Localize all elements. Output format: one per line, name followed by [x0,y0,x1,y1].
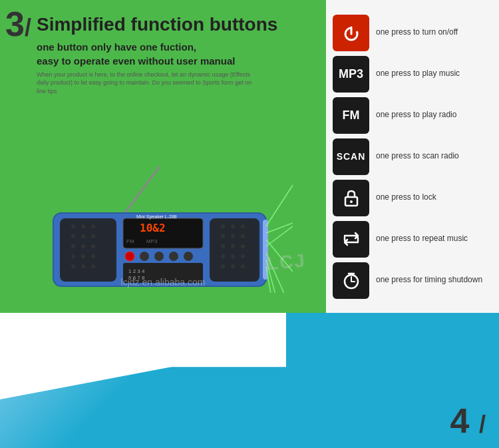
power-button-label: one press to turn on/off [376,27,458,38]
svg-point-26 [169,252,178,261]
svg-text:FM: FM [126,238,134,244]
left-panel: 3 Simplified function buttons one button… [0,0,326,313]
bottom-section: 4 [0,313,499,448]
section-number-4: 4 [450,403,486,438]
svg-point-7 [81,234,85,238]
lock-button-row: one press to lock [333,178,492,217]
repeat-button-label: one press to repeat music [376,234,468,244]
svg-point-37 [241,234,245,238]
timer-button-label: one press for timing shutdown [376,275,482,286]
svg-point-24 [140,252,149,261]
svg-point-38 [221,244,225,248]
fm-button-row: FM one press to play radio [333,96,492,134]
svg-point-25 [154,252,164,261]
svg-point-5 [91,224,95,228]
main-title: Simplified function buttons [37,13,277,36]
svg-point-41 [221,254,225,258]
svg-text:10&2: 10&2 [140,222,166,234]
svg-text:Mini Speaker L-288: Mini Speaker L-288 [136,214,177,220]
bottom-right: 4 [286,313,499,448]
subtitle: one button only have one fuction, easy t… [37,40,277,68]
svg-line-51 [266,226,293,246]
svg-point-14 [91,254,95,258]
svg-point-3 [71,224,75,228]
svg-point-32 [221,224,225,228]
lock-button-icon[interactable] [333,180,369,216]
svg-point-4 [81,224,85,228]
svg-point-8 [91,234,95,238]
watermark-url: lcjdz.en.alibaba.com [121,277,206,288]
mp3-button-row: MP3 one press to play music [333,55,492,93]
repeat-button-icon[interactable] [333,221,369,258]
fm-button-icon[interactable]: FM [333,97,369,134]
scan-button-icon[interactable]: SCAN [333,138,369,175]
svg-point-42 [231,254,235,258]
svg-point-17 [91,264,95,268]
svg-text:1 2 3 4: 1 2 3 4 [128,268,145,274]
svg-line-49 [266,223,293,233]
svg-point-23 [125,252,134,261]
section-number: 3 [5,7,31,41]
mp3-button-icon[interactable]: MP3 [333,56,369,93]
fm-button-label: one press to play radio [376,110,456,120]
svg-rect-31 [210,218,259,282]
svg-line-48 [266,185,293,226]
svg-point-40 [241,244,245,248]
svg-point-11 [91,244,95,248]
power-button-row: one press to turn on/off [333,13,492,52]
small-text: When your product is here, to the online… [37,71,256,96]
svg-line-0 [120,166,160,220]
svg-point-15 [71,264,75,268]
svg-point-9 [71,244,75,248]
svg-point-34 [241,224,245,228]
svg-point-58 [350,200,353,203]
svg-point-16 [81,264,85,268]
right-panel: one press to turn on/off MP3 one press t… [326,0,499,313]
lock-button-label: one press to lock [376,192,436,203]
power-button-icon[interactable] [333,15,369,51]
repeat-button-row: one press to repeat music [333,220,492,258]
svg-point-36 [231,234,235,238]
svg-point-27 [184,252,193,261]
title-area: Simplified function buttons one button o… [37,13,277,95]
scan-button-label: one press to scan radio [376,151,459,162]
fm-icon-text: FM [343,109,360,122]
svg-text:MP3: MP3 [146,238,158,244]
svg-point-43 [241,254,245,258]
svg-point-39 [231,244,235,248]
bottom-left [0,313,286,448]
scan-icon-text: SCAN [337,151,366,162]
svg-point-44 [221,264,225,268]
svg-point-10 [81,244,85,248]
svg-point-12 [71,254,75,258]
svg-point-13 [81,254,85,258]
mp3-button-label: one press to play music [376,69,460,79]
svg-point-46 [241,264,245,268]
watermark-brand: LCJ [266,250,307,274]
radio-image: 10&2 FM MP3 Mini Speaker L-288 1 2 3 4 5… [13,160,293,293]
timer-button-row: one press for timing shutdown [333,261,492,300]
svg-point-35 [221,234,225,238]
scan-button-row: SCAN one press to scan radio [333,137,492,176]
svg-point-6 [71,234,75,238]
mp3-icon-text: MP3 [339,67,363,81]
svg-point-45 [231,264,235,268]
svg-rect-2 [60,218,116,282]
svg-point-33 [231,224,235,228]
timer-button-icon[interactable] [333,262,369,299]
